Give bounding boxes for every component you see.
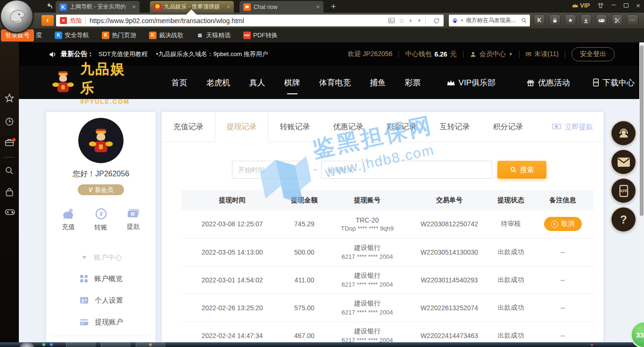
nav-download-center[interactable]: APP 下载中心 xyxy=(583,77,644,88)
tab-transfer-records[interactable]: 转账记录 xyxy=(268,112,322,142)
new-tab-button[interactable]: + xyxy=(331,1,336,12)
quick-withdraw[interactable]: ¥ 提款 xyxy=(127,208,140,232)
tab-promo-records[interactable]: 优惠记录 xyxy=(322,112,375,142)
lightning-icon[interactable] xyxy=(408,17,413,24)
skin-shirt-icon[interactable] xyxy=(597,2,604,8)
headset-person-icon xyxy=(618,127,630,140)
help-button[interactable]: ? xyxy=(611,207,636,231)
scrollbar-track[interactable] xyxy=(639,42,644,347)
download-button[interactable] xyxy=(580,15,592,26)
gamepad-icon[interactable] xyxy=(5,208,15,216)
taskbar-icon[interactable] xyxy=(50,343,53,346)
cheetah-browser-logo[interactable] xyxy=(1,0,33,32)
scrollbar-thumb[interactable] xyxy=(640,45,644,216)
tab-deposit-records[interactable]: 充值记录 xyxy=(162,112,215,142)
announce-item[interactable]: •九品娱乐永久域名：9pbet.com 推荐用户 xyxy=(156,50,268,58)
nav-vip-club[interactable]: VIP俱乐部 xyxy=(437,77,505,88)
favorites-star-icon[interactable] xyxy=(5,93,14,103)
k-app-button[interactable]: K xyxy=(534,15,545,26)
cancel-withdraw-button[interactable]: × 取消 xyxy=(544,217,582,231)
menu-item-personal-settings[interactable]: 个人设置 xyxy=(46,289,156,311)
url-text[interactable]: https://www.9p02.com/member/transaction/… xyxy=(90,17,388,25)
image-icon[interactable] xyxy=(388,17,395,24)
nav-live[interactable]: 真人 xyxy=(240,77,275,88)
maximize-button[interactable] xyxy=(624,3,628,8)
bookmark-war-song[interactable]: K裁决战歌 xyxy=(149,31,183,40)
nav-fishing[interactable]: 捕鱼 xyxy=(361,77,396,88)
taskbar-window-button[interactable] xyxy=(101,342,131,347)
browser-vip-button[interactable]: VIP xyxy=(572,2,590,9)
menu-item-withdraw-account[interactable]: 提现账户 xyxy=(46,311,156,333)
quick-transfer[interactable]: ¥ 转账 xyxy=(94,208,107,232)
more-button[interactable]: ··· xyxy=(627,15,638,26)
tab-back-arrow-icon[interactable] xyxy=(45,2,53,10)
avatar[interactable] xyxy=(78,118,124,163)
quick-deposit[interactable]: 充值 xyxy=(62,208,75,232)
nav-promotions[interactable]: 优惠活动 xyxy=(517,77,579,88)
refresh-icon[interactable] xyxy=(433,17,440,24)
nav-esports[interactable]: 体育电竞 xyxy=(310,77,361,88)
search-icon[interactable] xyxy=(5,166,14,175)
member-center-menu[interactable]: 会员中心 ▼ xyxy=(470,50,513,58)
taskbar-icon[interactable] xyxy=(149,343,152,346)
scissors-button[interactable] xyxy=(611,15,623,26)
bookmark-tmall[interactable]: ▦天猫精选 xyxy=(196,31,231,40)
chevron-down-icon[interactable]: ▼ xyxy=(460,18,464,23)
games-gamepad-button[interactable] xyxy=(596,15,607,26)
nav-back-button[interactable]: ‹ xyxy=(41,15,54,26)
start-orb[interactable] xyxy=(20,343,34,347)
withdraw-records-table: 提现时间 提现金额 提现账号 交易单号 提现状态 备注信息 2022-03-08… xyxy=(182,190,594,347)
browser-tab-nav[interactable]: K 上网导航 - 安全实用的 × xyxy=(56,1,140,13)
tab-close-icon[interactable]: × xyxy=(226,3,230,10)
taskbar-window-button[interactable] xyxy=(66,342,96,347)
announce-label: 最新公告： xyxy=(61,50,94,58)
nav-home[interactable]: 首页 xyxy=(162,77,197,88)
shopping-bag-icon[interactable] xyxy=(5,188,14,197)
customer-service-button[interactable] xyxy=(611,121,636,145)
tab-points-records[interactable]: 积分记录 xyxy=(481,112,535,142)
windows-taskbar[interactable] xyxy=(0,342,644,347)
nav-lottery[interactable]: 彩票 xyxy=(396,77,430,88)
nav-chess[interactable]: 棋牌 xyxy=(275,77,310,88)
search-button[interactable]: 搜索 xyxy=(497,161,546,179)
app-download-button[interactable]: APP xyxy=(611,179,636,203)
taskbar-icon[interactable] xyxy=(42,343,45,346)
bookmark-hot-games[interactable]: K热门页游 xyxy=(102,31,136,40)
nav-slots[interactable]: 老虎机 xyxy=(197,77,240,88)
wallet-balance[interactable]: 中心钱包6.26元 xyxy=(405,50,456,58)
start-time-input[interactable] xyxy=(232,161,309,179)
tab-close-icon[interactable]: × xyxy=(132,3,136,10)
close-window-button[interactable]: × xyxy=(636,1,640,9)
tab-withdraw-records-active[interactable]: 提现记录 xyxy=(215,112,268,142)
browser-tab-chat[interactable]: Chat now × xyxy=(239,1,323,13)
search-icon[interactable] xyxy=(521,17,527,24)
menu-item-account-overview[interactable]: 账户概览 xyxy=(46,268,156,289)
bookmark-safe-nav[interactable]: K安全导航 xyxy=(55,31,89,40)
col-status: 提现状态 xyxy=(490,190,532,210)
chevron-down-icon[interactable]: ▼ xyxy=(417,18,421,23)
favorites-star-button[interactable]: ★ xyxy=(565,15,576,26)
end-time-input[interactable] xyxy=(321,161,492,179)
lock-button[interactable] xyxy=(549,15,561,26)
history-clock-icon[interactable] xyxy=(5,117,14,126)
unread-messages[interactable]: ✉ 未读(11) xyxy=(526,50,559,58)
search-suggestion-text[interactable]: 俄方称在乌发现美... xyxy=(466,17,519,25)
bookmark-pdf[interactable]: PDFPDF转换 xyxy=(243,31,278,40)
withdraw-now-link[interactable]: 立即提款 xyxy=(552,112,593,142)
announce-item[interactable]: SDT充值使用教程 xyxy=(99,50,148,58)
phone-app-icon: APP xyxy=(619,184,629,198)
bookmark-star-icon[interactable]: ☆ xyxy=(399,17,405,25)
minimize-button[interactable] xyxy=(611,5,616,5)
menu-header-account[interactable]: 账户中心 xyxy=(46,247,156,268)
bookmarks-bar: 度 K安全导航 K热门页游 K裁决战歌 ▦天猫精选 PDFPDF转换 xyxy=(0,28,644,42)
baidu-paw-icon[interactable] xyxy=(452,17,458,24)
tab-mutual-records[interactable]: 互转记录 xyxy=(428,112,481,142)
message-mail-button[interactable] xyxy=(611,150,636,174)
url-field[interactable]: × 危险 https://www.9p02.com/member/transac… xyxy=(56,15,444,26)
browser-search-box[interactable]: ▼ 俄方称在乌发现美... xyxy=(449,15,530,26)
site-logo[interactable]: 九品娱乐 9PYULE.COM xyxy=(50,60,140,105)
bookmark-baidu[interactable]: 度 xyxy=(36,31,42,40)
logout-button[interactable]: 安全登出 xyxy=(571,47,615,61)
tab-bonus-records[interactable]: 彩金记录 xyxy=(375,112,428,142)
tab-close-icon[interactable]: × xyxy=(316,3,320,10)
